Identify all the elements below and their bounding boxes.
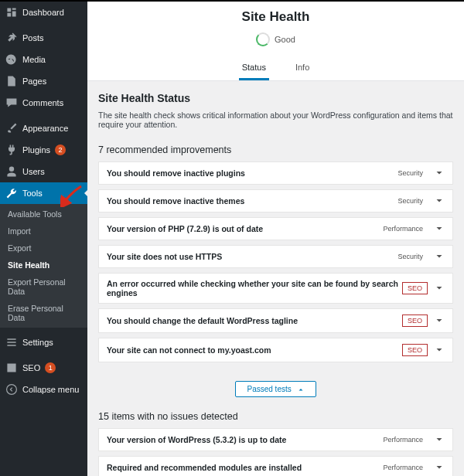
chevron-down-icon [434,223,445,234]
seo-badge: 1 [45,362,56,373]
menu-label: Users [22,167,45,176]
chevron-down-icon [434,283,445,294]
menu-collapse[interactable]: Collapse menu [0,379,87,400]
chevron-down-icon [434,196,445,206]
accordion-title: Your version of WordPress (5.3.2) is up … [107,435,378,444]
accordion-title: Required and recommended modules are ins… [107,463,378,472]
page-title: Site Health [87,9,464,25]
category-tag: Performance [378,223,428,234]
status-indicator: Good [256,32,295,46]
accordion-item[interactable]: Your version of PHP (7.2.9) is out of da… [98,217,453,240]
menu-label: Appearance [22,124,68,133]
status-intro: The site health check shows critical inf… [98,110,453,129]
chevron-up-icon [297,386,305,393]
passed-label: Passed tests [247,385,291,393]
wrench-icon [5,187,18,199]
accordion-title: You should remove inactive themes [107,196,393,206]
progress-circle-icon [256,32,270,46]
menu-label: Plugins [22,145,50,155]
chevron-down-icon [434,315,445,326]
accordion-title: You should change the default WordPress … [107,316,402,325]
accordion-item[interactable]: You should remove inactive plugins Secur… [98,162,453,185]
passed-tests-button[interactable]: Passed tests [235,381,316,397]
status-label: Good [275,35,295,44]
main-content: Site Health Good Status Info Site Health… [87,0,464,476]
menu-label: Posts [22,33,44,42]
accordion-item[interactable]: You should remove inactive themes Securi… [98,189,453,212]
category-tag: Security [393,251,428,262]
category-tag: SEO [402,282,428,294]
admin-sidebar: Dashboard Posts Media Pages Comments App… [0,0,87,476]
chevron-down-icon [434,251,445,262]
menu-label: SEO [22,363,40,372]
chevron-down-icon [434,168,445,178]
menu-label: Media [22,55,46,64]
accordion-item[interactable]: Your site can not connect to my.yoast.co… [98,338,453,362]
menu-label: Tools [22,189,43,198]
accordion-title: An error occurred while checking whether… [107,279,402,298]
chevron-down-icon [434,345,445,355]
accordion-title: You should remove inactive plugins [107,168,393,178]
accordion-title: Your version of PHP (7.2.9) is out of da… [107,224,378,233]
category-tag: Security [393,196,428,206]
category-tag: Performance [378,462,428,473]
accordion-title: Your site can not connect to my.yoast.co… [107,345,402,355]
accordion-item[interactable]: Your site does not use HTTPS Security [98,245,453,268]
accordion-item[interactable]: Required and recommended modules are ins… [98,456,453,476]
health-content: Site Health Status The site health check… [87,81,464,476]
recommended-list: You should remove inactive plugins Secur… [98,162,453,362]
accordion-item[interactable]: An error occurred while checking whether… [98,273,453,304]
status-heading: Site Health Status [98,92,453,104]
accordion-title: Your site does not use HTTPS [107,252,393,261]
chevron-down-icon [434,434,445,445]
menu-label: Comments [22,98,63,107]
category-tag: Performance [378,434,428,445]
category-tag: SEO [402,344,428,356]
tab-status[interactable]: Status [239,56,269,80]
category-tag: Security [393,168,428,178]
health-tabs: Status Info [87,56,464,81]
plugins-badge: 2 [55,144,66,155]
menu-label: Pages [22,76,46,86]
site-health-header: Site Health Good Status Info [87,2,464,81]
chevron-down-icon [434,462,445,473]
menu-label: Collapse menu [22,385,79,394]
accordion-item[interactable]: You should change the default WordPress … [98,308,453,333]
tab-info[interactable]: Info [292,56,312,80]
no-issues-heading: 15 items with no issues detected [98,411,453,422]
menu-label: Settings [22,338,53,347]
category-tag: SEO [402,314,428,327]
menu-label: Dashboard [22,8,64,17]
collapse-icon [5,383,18,396]
accordion-item[interactable]: Your version of WordPress (5.3.2) is up … [98,428,453,451]
menu-tools[interactable]: Tools [0,182,87,204]
sub-site-health[interactable]: Site Health [0,257,87,274]
recommended-heading: 7 recommended improvements [98,144,453,155]
passed-list: Your version of WordPress (5.3.2) is up … [98,428,453,476]
